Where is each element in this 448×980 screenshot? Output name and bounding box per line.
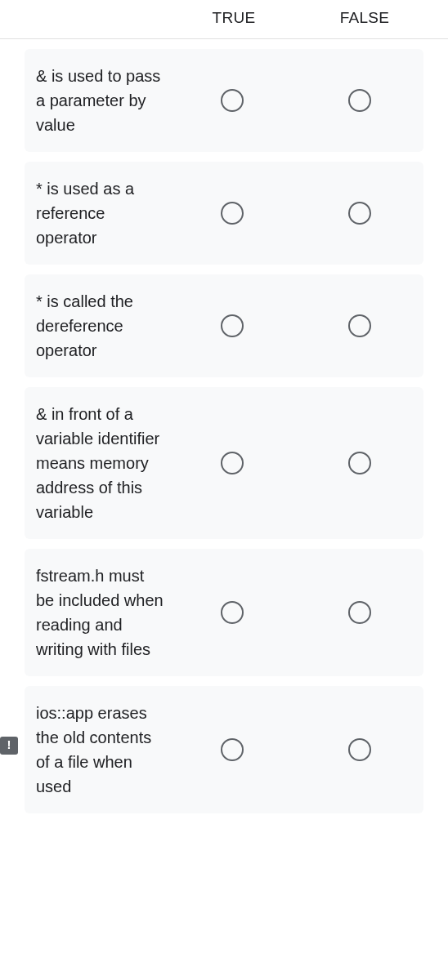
radio-true[interactable] <box>221 738 244 761</box>
question-text: * is called the dereference operator <box>36 289 168 363</box>
radio-true[interactable] <box>221 601 244 624</box>
radio-false[interactable] <box>348 601 371 624</box>
radio-true[interactable] <box>221 202 244 225</box>
radio-false[interactable] <box>348 202 371 225</box>
question-row: & is used to pass a parameter by value <box>25 49 423 152</box>
radio-cell-false <box>296 202 423 225</box>
question-row: & in front of a variable identifier mean… <box>25 387 423 539</box>
radio-false[interactable] <box>348 738 371 761</box>
radio-cell-true <box>168 89 296 112</box>
question-text: ios::app erases the old contents of a fi… <box>36 701 168 799</box>
radio-true[interactable] <box>221 452 244 474</box>
radio-cell-true <box>168 738 296 761</box>
radio-cell-true <box>168 452 296 474</box>
questions-container: & is used to pass a parameter by value *… <box>0 39 448 813</box>
radio-cell-true <box>168 601 296 624</box>
radio-false[interactable] <box>348 314 371 337</box>
question-row: * is used as a reference operator <box>25 162 423 265</box>
radio-cell-true <box>168 314 296 337</box>
question-row: * is called the dereference operator <box>25 274 423 377</box>
radio-false[interactable] <box>348 452 371 474</box>
column-header-false: FALSE <box>299 7 430 30</box>
question-text: fstream.h must be included when reading … <box>36 564 168 662</box>
question-row: ios::app erases the old contents of a fi… <box>25 686 423 813</box>
radio-true[interactable] <box>221 314 244 337</box>
radio-true[interactable] <box>221 89 244 112</box>
radio-cell-false <box>296 452 423 474</box>
radio-cell-false <box>296 601 423 624</box>
radio-cell-true <box>168 202 296 225</box>
radio-false[interactable] <box>348 89 371 112</box>
radio-cell-false <box>296 314 423 337</box>
radio-cell-false <box>296 738 423 761</box>
alert-icon <box>0 737 18 755</box>
question-text: * is used as a reference operator <box>36 176 168 250</box>
question-row: fstream.h must be included when reading … <box>25 549 423 676</box>
question-text: & is used to pass a parameter by value <box>36 64 168 137</box>
question-text: & in front of a variable identifier mean… <box>36 402 168 524</box>
column-header-true: TRUE <box>168 7 299 30</box>
radio-cell-false <box>296 89 423 112</box>
column-header-row: TRUE FALSE <box>0 0 448 39</box>
